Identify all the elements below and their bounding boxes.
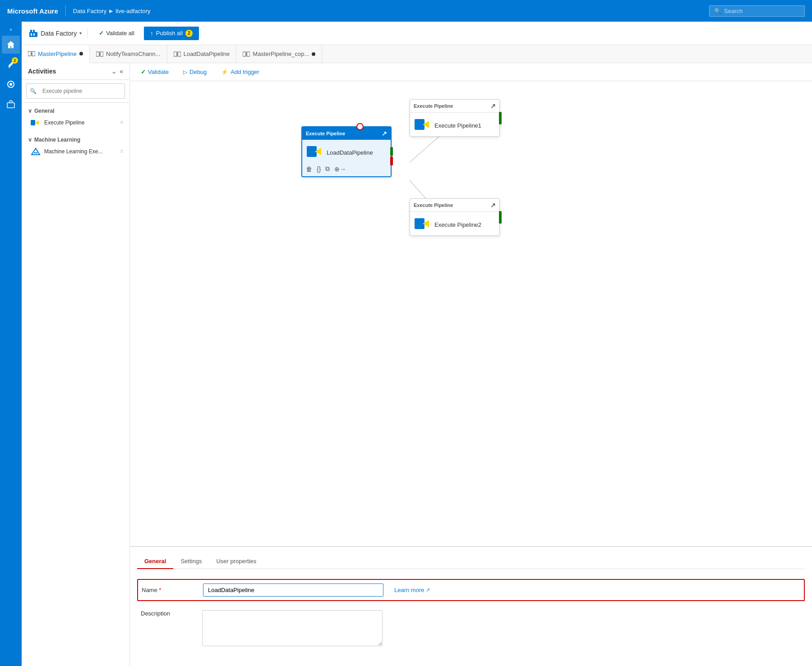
svg-rect-5 (33, 30, 35, 32)
delete-icon[interactable]: 🗑 (306, 165, 312, 173)
execute-pipeline-label: Execute Pipeline (44, 119, 84, 126)
validate-button[interactable]: ✓ Validate (137, 67, 172, 77)
tab-master-pipeline[interactable]: MasterPipeline (22, 45, 90, 63)
svg-rect-17 (243, 52, 246, 56)
factory-name: Data Factory (41, 30, 77, 37)
add-connection-icon[interactable]: ⊕→ (334, 165, 346, 173)
tab-master-copy[interactable]: MasterPipeline_cop... (236, 45, 322, 63)
tab-load-data[interactable]: LoadDataPipeline (167, 45, 237, 63)
validate-label: Validate all (106, 30, 134, 37)
activity-ml-execute[interactable]: Machine Learning Exe... ⠿ (22, 145, 129, 158)
active-pipeline-node[interactable]: Execute Pipeline ↗ LoadDataPipeline (301, 126, 392, 177)
pipeline-node-2[interactable]: Execute Pipeline ↗ Execute Pipeline2 (410, 198, 500, 236)
activities-title: Activities (28, 68, 56, 75)
node2-external-link-icon[interactable]: ↗ (490, 202, 496, 209)
pipeline-canvas: Execute Pipeline ↗ LoadDataPipeline (130, 81, 812, 546)
monitor-icon (6, 80, 15, 89)
activities-search-input[interactable] (39, 86, 121, 96)
sidebar-item-manage[interactable] (2, 95, 20, 113)
svg-rect-14 (174, 52, 177, 56)
pipeline-layout: Activities ⌄ « 🔍 ∨ General (22, 63, 812, 666)
svg-rect-4 (30, 30, 32, 32)
svg-rect-18 (247, 52, 250, 56)
name-required-marker: * (159, 587, 161, 593)
svg-rect-15 (178, 52, 181, 56)
factory-selector[interactable]: Data Factory ▾ (29, 29, 82, 37)
tab-user-properties[interactable]: User properties (209, 554, 263, 569)
home-icon (6, 40, 15, 49)
expand-toggle[interactable]: » (8, 25, 14, 34)
connection-dot (356, 123, 364, 130)
publish-all-button[interactable]: ↑ Publish all 2 (144, 27, 199, 40)
search-bar[interactable]: 🔍 (709, 5, 805, 17)
svg-rect-20 (31, 120, 35, 125)
brand-name: Microsoft Azure (7, 7, 58, 15)
validate-check-icon: ✓ (141, 69, 146, 75)
publish-badge: 2 (185, 30, 193, 37)
activity-group-ml: ∨ Machine Learning Machine Learning Exe.… (22, 132, 129, 161)
ml-execute-icon (31, 147, 41, 156)
tab-dot-4 (312, 52, 315, 56)
drag-handle-ml-icon[interactable]: ⠿ (120, 149, 123, 154)
briefcase-icon (6, 100, 15, 109)
svg-marker-22 (32, 148, 40, 155)
top-navigation: Microsoft Azure Data Factory ▶ live-adfa… (0, 0, 812, 22)
node2-header: Execute Pipeline ↗ (410, 199, 499, 212)
drag-handle-icon[interactable]: ⠿ (120, 120, 123, 125)
pipeline-tab-icon-3 (174, 51, 181, 57)
main-toolbar: Data Factory ▾ ✓ Validate all ↑ Publish … (22, 22, 812, 45)
group-general-label: General (34, 108, 55, 114)
tab-settings[interactable]: Settings (173, 554, 209, 569)
debug-action-label: Debug (189, 69, 207, 75)
ml-execute-label: Machine Learning Exe... (44, 148, 102, 155)
name-input[interactable] (203, 583, 383, 597)
debug-play-icon: ▷ (183, 69, 187, 75)
learn-more-link[interactable]: Learn more ↗ (394, 587, 430, 593)
active-node-header-label: Execute Pipeline (306, 131, 345, 136)
code-icon[interactable]: {} (317, 165, 321, 173)
description-input[interactable] (202, 610, 383, 646)
activities-search-box[interactable]: 🔍 (26, 83, 125, 99)
validate-all-button[interactable]: ✓ Validate all (93, 27, 140, 40)
debug-button[interactable]: ▷ Debug (180, 67, 210, 77)
breadcrumb-item2[interactable]: live-adfactory (115, 8, 150, 14)
svg-rect-8 (28, 51, 31, 56)
sidebar-item-edit[interactable]: 2 (2, 55, 20, 73)
node1-connector (499, 112, 502, 124)
svg-rect-9 (32, 51, 35, 56)
breadcrumb: Data Factory ▶ live-adfactory (73, 8, 151, 14)
svg-point-1 (9, 83, 12, 86)
toolbar-divider (87, 29, 88, 38)
group-ml-label: Machine Learning (34, 137, 80, 143)
activity-group-general-header[interactable]: ∨ General (22, 106, 129, 116)
publish-label: Publish all (156, 30, 183, 37)
add-trigger-button[interactable]: ⚡ Add trigger (217, 67, 263, 77)
external-link-icon[interactable]: ↗ (382, 130, 387, 137)
collapse-icon[interactable]: ⌄ (111, 68, 117, 75)
node1-external-link-icon[interactable]: ↗ (490, 102, 496, 110)
copy-icon[interactable]: ⧉ (325, 165, 330, 173)
activity-execute-pipeline[interactable]: Execute Pipeline ⠿ (22, 116, 129, 129)
activity-group-general: ∨ General Execute Pipeline ⠿ (22, 103, 129, 132)
active-node-header: Execute Pipeline ↗ (302, 127, 391, 140)
pipeline-node-1[interactable]: Execute Pipeline ↗ Execute Pipeline1 (410, 99, 500, 137)
node1-header: Execute Pipeline ↗ (410, 100, 499, 113)
node2-label: Execute Pipeline2 (434, 221, 481, 228)
name-field-row: Name * Learn more ↗ (137, 579, 805, 601)
svg-rect-2 (7, 103, 14, 108)
content-area: Data Factory ▾ ✓ Validate all ↑ Publish … (22, 22, 812, 666)
tab-notify-teams-label: NotifyTeamsChann... (106, 51, 161, 57)
tab-general[interactable]: General (137, 554, 173, 569)
pipeline-tab-icon-2 (96, 51, 103, 57)
search-input[interactable] (724, 8, 800, 14)
sidebar-item-monitor[interactable] (2, 75, 20, 93)
breadcrumb-item1[interactable]: Data Factory (73, 8, 106, 14)
tab-notify-teams[interactable]: NotifyTeamsChann... (90, 45, 167, 63)
node2-exec-icon (415, 216, 431, 233)
activity-group-ml-header[interactable]: ∨ Machine Learning (22, 134, 129, 145)
expand-icon[interactable]: « (120, 68, 123, 75)
name-label: Name * (142, 587, 196, 593)
factory-dropdown-icon: ▾ (79, 31, 82, 36)
description-field-row: Description (137, 606, 805, 650)
sidebar-item-home[interactable] (2, 36, 20, 54)
